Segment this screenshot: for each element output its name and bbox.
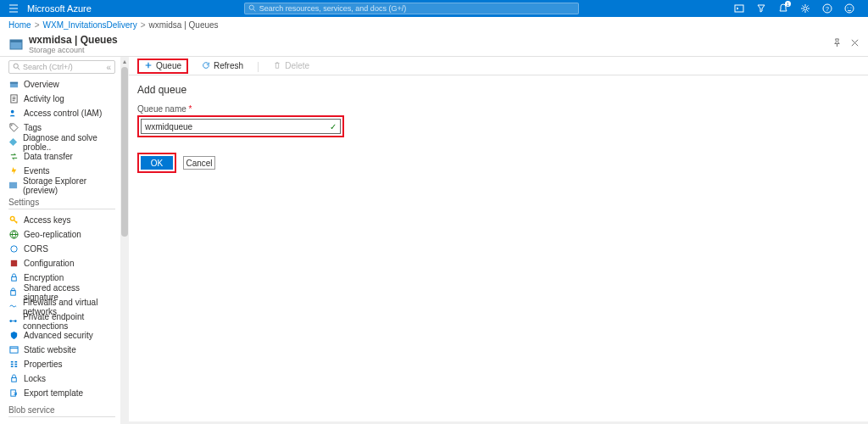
sidebar-item-label: Storage Explorer (preview): [23, 176, 115, 195]
form-title: Add queue: [137, 84, 860, 96]
svg-point-24: [14, 320, 17, 322]
sidebar-item-properties[interactable]: Properties: [8, 357, 115, 371]
collapse-icon[interactable]: «: [106, 63, 111, 72]
export-icon: [8, 388, 19, 399]
svg-rect-22: [11, 291, 16, 296]
sidebar-item-label: Advanced security: [24, 331, 93, 340]
input-value: wxmidqueue: [145, 122, 192, 131]
svg-rect-12: [9, 82, 17, 84]
sidebar-item-label: Overview: [24, 80, 59, 89]
tags-icon: [8, 123, 19, 133]
svg-point-0: [249, 5, 253, 9]
sidebar-search-input[interactable]: Search (Ctrl+/) «: [8, 60, 115, 74]
static-website-icon: [8, 345, 19, 355]
overview-icon: [8, 80, 19, 90]
svg-point-17: [10, 216, 14, 220]
refresh-button[interactable]: Refresh: [198, 59, 247, 73]
chevron-right-icon: >: [35, 20, 40, 30]
sidebar-item-activity[interactable]: Activity log: [8, 92, 115, 106]
sidebar-item-label: Configuration: [24, 259, 74, 268]
sidebar-item-locks[interactable]: Locks: [8, 371, 115, 386]
add-queue-button[interactable]: Queue: [137, 59, 188, 74]
sidebar-item-explorer[interactable]: Storage Explorer (preview): [8, 178, 115, 192]
notifications-icon[interactable]: 1: [778, 3, 788, 14]
sidebar-search-placeholder: Search (Ctrl+/): [23, 63, 106, 71]
svg-rect-9: [10, 40, 22, 42]
sidebar-item-config[interactable]: Configuration: [8, 256, 115, 271]
plus-icon: [144, 61, 153, 71]
required-star: *: [189, 104, 192, 114]
sidebar-group-settings: Settings: [8, 198, 115, 207]
cors-icon: [8, 244, 19, 254]
firewall-icon: [8, 302, 18, 312]
sas-icon: [8, 287, 19, 298]
sidebar-item-label: Tags: [24, 123, 42, 132]
sidebar-item-access-keys[interactable]: Access keys: [8, 213, 115, 227]
toolbar-button-label: Refresh: [214, 61, 243, 70]
sidebar-item-label: CORS: [24, 244, 48, 254]
sidebar-item-endpoint[interactable]: Private endpoint connections: [8, 314, 115, 328]
svg-rect-16: [9, 182, 17, 188]
breadcrumb-level1[interactable]: WXM_InvitationsDelivery: [43, 20, 137, 30]
breadcrumb-current: wxmidsa | Queues: [149, 20, 219, 30]
shield-icon: [8, 331, 19, 341]
sidebar-item-geo[interactable]: Geo-replication: [8, 227, 115, 242]
content-area: Queue Refresh | Delete Add queue Queue n…: [129, 57, 868, 424]
svg-text:?: ?: [826, 6, 829, 12]
sidebar-item-label: Export template: [24, 388, 83, 398]
sidebar: Search (Ctrl+/) « Overview Activity log …: [0, 57, 120, 424]
close-icon[interactable]: [850, 38, 860, 50]
access-control-icon: [8, 109, 19, 119]
sidebar-item-overview[interactable]: Overview: [8, 77, 115, 92]
diagnose-icon: [8, 137, 18, 148]
chevron-right-icon: >: [141, 20, 146, 30]
svg-point-6: [847, 7, 848, 8]
storage-account-icon: [8, 36, 24, 52]
ok-button[interactable]: OK: [141, 156, 173, 170]
svg-point-7: [850, 7, 851, 8]
sidebar-item-static[interactable]: Static website: [8, 343, 115, 357]
hamburger-menu[interactable]: [8, 3, 19, 14]
brand-label: Microsoft Azure: [27, 3, 92, 14]
chevron-up-icon[interactable]: ▴: [120, 57, 129, 65]
sidebar-item-label: Private endpoint connections: [23, 312, 115, 331]
lock-icon: [8, 273, 19, 283]
cloud-shell-icon[interactable]: [734, 3, 744, 14]
sidebar-item-cors[interactable]: CORS: [8, 242, 115, 256]
lock-icon: [8, 374, 19, 384]
sidebar-item-data-transfer[interactable]: Data transfer: [8, 149, 115, 164]
sidebar-item-label: Access keys: [24, 215, 71, 225]
sidebar-item-diagnose[interactable]: Diagnose and solve proble..: [8, 135, 115, 149]
global-search-placeholder: Search resources, services, and docs (G+…: [259, 4, 406, 13]
sidebar-group-blob: Blob service: [8, 405, 115, 415]
sidebar-item-security[interactable]: Advanced security: [8, 328, 115, 343]
global-search-input[interactable]: Search resources, services, and docs (G+…: [244, 3, 579, 14]
svg-rect-26: [11, 378, 16, 382]
queue-name-input[interactable]: wxmidqueue ✓: [141, 119, 341, 134]
toolbar: Queue Refresh | Delete: [129, 57, 868, 75]
settings-icon[interactable]: [800, 3, 810, 14]
endpoint-icon: [8, 316, 18, 326]
scrollbar-thumb[interactable]: [121, 67, 128, 237]
trash-icon: [273, 61, 281, 71]
sidebar-item-label: Encryption: [24, 273, 64, 282]
pin-icon[interactable]: [832, 38, 842, 50]
sidebar-item-label: Locks: [24, 374, 46, 383]
directory-filter-icon[interactable]: [756, 3, 766, 14]
cancel-button[interactable]: Cancel: [183, 156, 215, 170]
checkmark-icon: ✓: [330, 122, 337, 131]
feedback-icon[interactable]: [844, 3, 854, 14]
sidebar-scrollbar[interactable]: ▴ ▾: [120, 57, 129, 424]
sidebar-item-export[interactable]: Export template: [8, 386, 115, 400]
svg-point-2: [804, 7, 807, 10]
svg-point-15: [11, 125, 12, 126]
svg-point-19: [10, 246, 16, 252]
delete-button: Delete: [270, 59, 313, 73]
breadcrumb-home[interactable]: Home: [8, 20, 31, 30]
globe-icon: [8, 230, 19, 240]
data-transfer-icon: [8, 152, 19, 162]
search-icon: [248, 3, 256, 14]
sidebar-item-iam[interactable]: Access control (IAM): [8, 106, 115, 120]
key-icon: [8, 215, 19, 226]
help-icon[interactable]: ?: [822, 3, 832, 14]
